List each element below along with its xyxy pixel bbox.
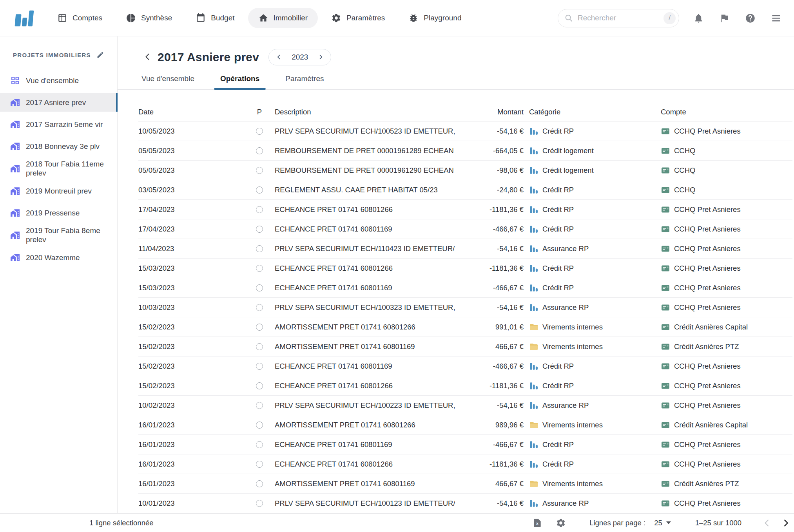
column-header-date[interactable]: Date	[138, 108, 244, 116]
column-header-p[interactable]: P	[244, 108, 275, 116]
cell-description: ECHEANCE PRET 01741 60801266	[275, 382, 455, 390]
next-page-button[interactable]	[781, 519, 790, 527]
pointed-radio[interactable]	[256, 480, 263, 487]
search-bar[interactable]: /	[558, 9, 679, 27]
table-row[interactable]: 15/02/2023 ECHEANCE PRET 01741 60801169 …	[138, 356, 792, 376]
table-row[interactable]: 15/02/2023 AMORTISSEMENT PRET 01741 6080…	[138, 317, 792, 337]
house-building-icon	[10, 119, 20, 129]
pointed-radio[interactable]	[256, 245, 263, 252]
cell-date: 10/03/2023	[138, 303, 244, 312]
cell-category: Assurance RP	[524, 244, 661, 253]
tab-operations[interactable]: Opérations	[214, 74, 266, 89]
pointed-radio[interactable]	[256, 284, 263, 291]
sidebar-item-project-4[interactable]: 2019 Montreuil prev	[0, 181, 117, 200]
flag-icon[interactable]	[719, 13, 730, 24]
table-row[interactable]: 16/01/2023 AMORTISSEMENT PRET 01741 6080…	[138, 415, 792, 435]
pointed-radio[interactable]	[256, 186, 263, 194]
pointed-radio[interactable]	[256, 461, 263, 468]
cell-account: CCHQ Pret Asnieres	[661, 499, 792, 508]
pointed-radio[interactable]	[256, 324, 263, 331]
top-bar: Comptes Synthèse Budget Immobilier Param…	[0, 0, 794, 36]
hamburger-menu-icon[interactable]	[771, 13, 781, 24]
cell-category: Crédit RP	[524, 381, 661, 391]
sidebar-item-project-6[interactable]: 2019 Tour Fabia 8eme prelev	[0, 225, 117, 245]
previous-page-button[interactable]	[763, 519, 771, 527]
table-row[interactable]: 05/05/2023 REMBOURSEMENT DE PRET 0000196…	[138, 141, 792, 161]
tab-vue-densemble[interactable]: Vue d'ensemble	[135, 74, 201, 89]
rows-per-page-select[interactable]: 25	[654, 519, 671, 527]
column-header-compte[interactable]: Compte	[661, 108, 792, 116]
table-row[interactable]: 17/04/2023 ECHEANCE PRET 01741 60801169 …	[138, 219, 792, 239]
year-next-button[interactable]	[317, 54, 324, 60]
table-row[interactable]: 05/05/2023 REMBOURSEMENT DE PRET 0000196…	[138, 161, 792, 180]
table-settings-gear-icon[interactable]	[556, 518, 566, 528]
search-input[interactable]	[578, 14, 659, 22]
table-row[interactable]: 16/01/2023 ECHEANCE PRET 01741 60801169 …	[138, 435, 792, 454]
pointed-radio[interactable]	[256, 128, 263, 135]
tab-parametres[interactable]: Paramètres	[279, 74, 330, 89]
nav-item-playground[interactable]: Playground	[398, 8, 471, 28]
pointed-radio[interactable]	[256, 147, 263, 154]
cell-category: Crédit RP	[524, 205, 661, 214]
project-list: 2017 Asniere prev 2017 Sarrazin 5eme vir…	[0, 93, 117, 267]
edit-pencil-icon[interactable]	[96, 51, 104, 59]
pointed-radio[interactable]	[256, 422, 263, 429]
table-row[interactable]: 15/02/2023 ECHEANCE PRET 01741 60801266 …	[138, 376, 792, 396]
excel-export-icon[interactable]: x	[532, 518, 542, 528]
table-row[interactable]: 03/05/2023 REGLEMENT ASSU. CAAE PRET HAB…	[138, 180, 792, 200]
pointed-radio[interactable]	[256, 226, 263, 233]
table-row[interactable]: 17/04/2023 ECHEANCE PRET 01741 60801266 …	[138, 200, 792, 219]
sidebar-item-project-5[interactable]: 2019 Pressense	[0, 203, 117, 222]
table-row[interactable]: 16/01/2023 AMORTISSEMENT PRET 01741 6080…	[138, 474, 792, 494]
house-building-icon	[10, 98, 20, 107]
table-row[interactable]: 10/01/2023 PRLV SEPA SECURIMUT ECH/10012…	[138, 494, 792, 513]
pointed-radio[interactable]	[256, 500, 263, 507]
pointed-radio[interactable]	[256, 265, 263, 272]
pointed-radio[interactable]	[256, 304, 263, 311]
nav-item-comptes[interactable]: Comptes	[47, 8, 112, 28]
sidebar-item-project-7[interactable]: 2020 Wazemme	[0, 248, 117, 267]
cell-pointed	[244, 441, 275, 448]
table-row[interactable]: 10/05/2023 PRLV SEPA SECURIMUT ECH/10052…	[138, 121, 792, 141]
table-header: Date P Description Montant Catégorie Com…	[138, 103, 792, 121]
selection-status: 1 ligne sélectionnée	[89, 519, 154, 527]
column-header-categorie[interactable]: Catégorie	[524, 108, 661, 116]
table-row[interactable]: 15/02/2023 AMORTISSEMENT PRET 01741 6080…	[138, 337, 792, 356]
account-label: CCHQ Pret Asnieres	[674, 127, 741, 136]
pointed-radio[interactable]	[256, 363, 263, 370]
checkbook-icon	[661, 244, 670, 253]
sidebar-item-project-2[interactable]: 2018 Bonnevay 3e plv	[0, 137, 117, 156]
checkbook-icon	[661, 460, 670, 469]
back-button[interactable]	[143, 52, 153, 62]
sidebar-item-label: 2019 Montreuil prev	[26, 186, 92, 195]
table-row[interactable]: 11/04/2023 PRLV SEPA SECURIMUT ECH/11042…	[138, 239, 792, 259]
column-header-montant[interactable]: Montant	[455, 108, 524, 116]
year-prev-button[interactable]	[276, 54, 282, 60]
pointed-radio[interactable]	[256, 402, 263, 409]
table-row[interactable]: 15/03/2023 ECHEANCE PRET 01741 60801169 …	[138, 278, 792, 298]
sidebar-item-project-0[interactable]: 2017 Asniere prev	[0, 93, 117, 112]
cell-description: ECHEANCE PRET 01741 60801169	[275, 284, 455, 292]
nav-item-budget[interactable]: Budget	[185, 8, 245, 28]
nav-item-immobilier[interactable]: Immobilier	[248, 8, 318, 28]
table-row[interactable]: 16/01/2023 ECHEANCE PRET 01741 60801266 …	[138, 454, 792, 474]
sidebar-item-project-1[interactable]: 2017 Sarrazin 5eme vir	[0, 115, 117, 134]
sidebar-item-overview[interactable]: Vue d'ensemble	[0, 71, 117, 90]
column-header-description[interactable]: Description	[275, 108, 455, 116]
pointed-radio[interactable]	[256, 382, 263, 389]
sidebar-item-project-3[interactable]: 2018 Tour Fabia 11eme prelev	[0, 159, 117, 178]
cell-amount: 466,67 €	[455, 480, 524, 488]
table-row[interactable]: 15/03/2023 ECHEANCE PRET 01741 60801266 …	[138, 259, 792, 278]
table-row[interactable]: 10/03/2023 PRLV SEPA SECURIMUT ECH/10032…	[138, 298, 792, 317]
account-label: CCHQ Pret Asnieres	[674, 284, 741, 292]
bell-icon[interactable]	[693, 13, 704, 24]
pointed-radio[interactable]	[256, 343, 263, 350]
nav-item-parametres[interactable]: Paramètres	[321, 8, 395, 28]
pointed-radio[interactable]	[256, 206, 263, 213]
nav-item-synthese[interactable]: Synthèse	[116, 8, 182, 28]
pointed-radio[interactable]	[256, 441, 263, 448]
help-icon[interactable]	[745, 13, 756, 24]
cell-amount: 466,67 €	[455, 342, 524, 351]
pointed-radio[interactable]	[256, 167, 263, 174]
table-row[interactable]: 10/02/2023 PRLV SEPA SECURIMUT ECH/10022…	[138, 396, 792, 415]
